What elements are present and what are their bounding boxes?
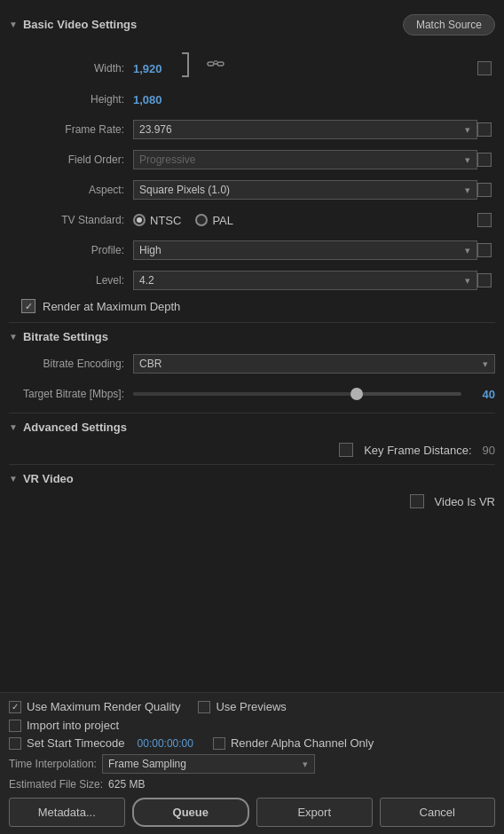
wh-values: 1,920: [133, 62, 173, 75]
advanced-title: Advanced Settings: [23, 421, 127, 434]
bracket-top: [182, 52, 189, 65]
target-bitrate-row: Target Bitrate [Mbps]: 40: [9, 382, 495, 405]
render-max-depth-checkbox[interactable]: ✓: [21, 299, 35, 313]
field-order-checkbox[interactable]: [477, 153, 492, 167]
use-previews-checkbox[interactable]: [198, 701, 210, 713]
advanced-chevron[interactable]: ▼: [9, 422, 18, 432]
width-checkbox[interactable]: [477, 61, 492, 75]
profile-checkbox[interactable]: [477, 243, 492, 257]
divider-3: [9, 464, 495, 465]
field-order-label: Field Order:: [9, 153, 133, 166]
basic-video-header-row: ▼ Basic Video Settings Match Source: [9, 11, 495, 40]
bottom-bar: ✓ Use Maximum Render Quality Use Preview…: [0, 692, 504, 834]
time-interpolation-row: Time Interpolation: Frame Sampling Frame…: [9, 754, 495, 774]
render-alpha-label: Render Alpha Channel Only: [231, 736, 374, 750]
frame-rate-select[interactable]: 23.976 24 25 29.97 30 60: [133, 120, 477, 139]
use-max-quality-checkbox[interactable]: ✓: [9, 701, 21, 713]
basic-video-chevron[interactable]: ▼: [9, 20, 18, 29]
link-icon[interactable]: [207, 59, 224, 73]
radio-ntsc-label: NTSC: [150, 214, 181, 227]
radio-pal-circle: [195, 214, 208, 226]
width-value[interactable]: 1,920: [133, 62, 173, 75]
frame-rate-row: Frame Rate: 23.976 24 25 29.97 30 60: [9, 118, 495, 141]
file-size-label: Estimated File Size:: [9, 778, 103, 791]
import-into-project-row: Import into project: [9, 719, 495, 732]
keyframe-distance-label: Key Frame Distance:: [364, 444, 471, 457]
frame-rate-select-wrapper: 23.976 24 25 29.97 30 60: [133, 120, 477, 139]
vr-section-header: ▼ VR Video: [9, 472, 495, 485]
field-order-select[interactable]: Progressive Upper Field First Lower Fiel…: [133, 150, 477, 169]
use-max-quality-item[interactable]: ✓ Use Maximum Render Quality: [9, 700, 180, 713]
level-row: Level: 4.2 4.0 3.2 3.1: [9, 269, 495, 292]
time-interpolation-select-wrapper: Frame Sampling Frame Blending Optical Fl…: [102, 754, 315, 774]
keyframe-distance-row: Key Frame Distance: 90: [18, 443, 495, 457]
frame-rate-control: 23.976 24 25 29.97 30 60: [133, 120, 477, 139]
level-select-wrapper: 4.2 4.0 3.2 3.1: [133, 271, 477, 290]
level-select[interactable]: 4.2 4.0 3.2 3.1: [133, 271, 477, 290]
vr-section: ▼ VR Video Video Is VR: [9, 472, 495, 508]
bitrate-encoding-select[interactable]: CBR VBR, 1 Pass VBR, 2 Pass: [133, 354, 495, 374]
aspect-label: Aspect:: [9, 184, 133, 196]
render-max-depth-label: Render at Maximum Depth: [43, 300, 180, 313]
render-max-depth-row: ✓ Render at Maximum Depth: [21, 299, 495, 313]
export-button[interactable]: Export: [256, 798, 373, 827]
divider-1: [9, 322, 495, 323]
basic-video-section-header: ▼ Basic Video Settings: [9, 18, 137, 31]
import-into-project-checkbox[interactable]: [9, 720, 21, 732]
time-interpolation-select[interactable]: Frame Sampling Frame Blending Optical Fl…: [102, 754, 315, 774]
keyframe-distance-value: 90: [483, 444, 495, 457]
match-source-button[interactable]: Match Source: [403, 14, 495, 35]
keyframe-distance-checkbox[interactable]: [339, 443, 353, 457]
svg-rect-0: [208, 62, 214, 66]
height-label: Height:: [9, 93, 133, 106]
wh-bracket: [182, 52, 194, 84]
radio-pal[interactable]: PAL: [195, 214, 233, 227]
render-alpha-item[interactable]: Render Alpha Channel Only: [213, 736, 374, 750]
metadata-button[interactable]: Metadata...: [9, 798, 125, 827]
bitrate-encoding-row: Bitrate Encoding: CBR VBR, 1 Pass VBR, 2…: [9, 352, 495, 375]
cancel-button[interactable]: Cancel: [380, 798, 496, 827]
height-value[interactable]: 1,080: [133, 93, 173, 106]
queue-button[interactable]: Queue: [132, 798, 250, 827]
use-previews-item[interactable]: Use Previews: [198, 700, 286, 713]
bitrate-slider-thumb[interactable]: [350, 388, 363, 400]
vr-chevron[interactable]: ▼: [9, 474, 18, 484]
field-order-row: Field Order: Progressive Upper Field Fir…: [9, 148, 495, 171]
profile-control: High Main Baseline: [133, 240, 477, 260]
bitrate-encoding-label: Bitrate Encoding:: [9, 358, 133, 370]
aspect-checkbox[interactable]: [477, 183, 492, 197]
radio-pal-label: PAL: [212, 214, 233, 227]
field-order-control: Progressive Upper Field First Lower Fiel…: [133, 150, 477, 169]
bitrate-section-header: ▼ Bitrate Settings: [9, 330, 495, 343]
render-alpha-checkbox[interactable]: [213, 737, 225, 750]
field-order-select-wrapper: Progressive Upper Field First Lower Fiel…: [133, 150, 477, 169]
timecode-value[interactable]: 00:00:00:00: [138, 737, 193, 750]
width-row: Width: 1,920: [9, 52, 495, 84]
set-start-timecode-checkbox[interactable]: [9, 737, 21, 750]
level-checkbox[interactable]: [477, 273, 492, 287]
height-control: 1,080: [133, 93, 495, 106]
radio-ntsc-circle: [133, 214, 146, 226]
tv-standard-checkbox[interactable]: [477, 213, 492, 227]
action-buttons: Metadata... Queue Export Cancel: [9, 798, 495, 827]
bitrate-slider-track[interactable]: [133, 392, 461, 396]
set-start-timecode-item[interactable]: Set Start Timecode: [9, 736, 125, 750]
frame-rate-label: Frame Rate:: [9, 123, 133, 136]
divider-2: [9, 413, 495, 413]
video-is-vr-row: Video Is VR: [18, 494, 495, 508]
profile-select[interactable]: High Main Baseline: [133, 240, 477, 260]
frame-rate-checkbox[interactable]: [477, 122, 492, 137]
aspect-select[interactable]: Square Pixels (1.0) D1/DV NTSC (0.9) D1/…: [133, 180, 477, 200]
radio-ntsc[interactable]: NTSC: [133, 214, 181, 227]
aspect-row: Aspect: Square Pixels (1.0) D1/DV NTSC (…: [9, 178, 495, 201]
height-row: Height: 1,080: [9, 88, 495, 111]
bitrate-title: Bitrate Settings: [23, 330, 108, 343]
bitrate-encoding-select-wrapper: CBR VBR, 1 Pass VBR, 2 Pass: [133, 354, 495, 374]
video-is-vr-checkbox[interactable]: [410, 494, 424, 508]
target-bitrate-value[interactable]: 40: [470, 388, 495, 401]
bracket-bottom: [182, 65, 189, 77]
bitrate-chevron[interactable]: ▼: [9, 332, 18, 342]
import-into-project-item[interactable]: Import into project: [9, 719, 119, 732]
video-is-vr-label: Video Is VR: [435, 495, 495, 508]
aspect-select-wrapper: Square Pixels (1.0) D1/DV NTSC (0.9) D1/…: [133, 180, 477, 200]
